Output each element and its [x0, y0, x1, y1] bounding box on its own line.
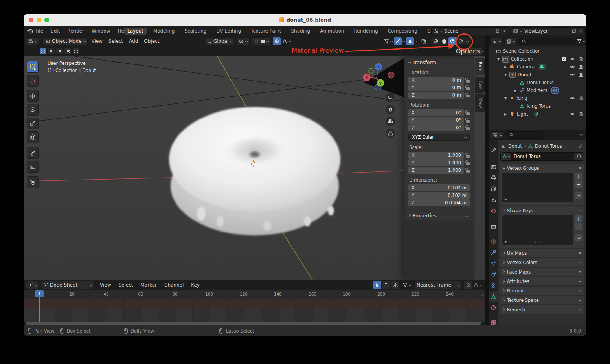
uv-maps-panel[interactable]: UV Maps=	[500, 249, 584, 257]
only-selected-button[interactable]	[373, 281, 381, 289]
hide-eye-icon[interactable]	[570, 72, 575, 77]
normals-panel[interactable]: Normals=	[500, 287, 584, 295]
sidebar-tab-item[interactable]: Item	[475, 58, 485, 75]
lock-icon[interactable]	[466, 120, 470, 123]
dope-sheet-mode-dropdown[interactable]: Dope Sheet	[41, 281, 94, 289]
attributes-panel[interactable]: Attributes=	[500, 277, 584, 285]
tab-modifiers[interactable]	[489, 247, 498, 258]
breadcrumb-data[interactable]: Donut Torus	[535, 143, 562, 149]
panel-menu-icon[interactable]: =	[579, 260, 582, 265]
only-errors-button[interactable]	[391, 281, 399, 289]
expander-open-icon[interactable]: ▼	[503, 73, 507, 77]
select-mode-extend[interactable]	[48, 48, 55, 55]
tool-transform[interactable]	[27, 131, 39, 143]
tab-world[interactable]	[489, 205, 498, 216]
light-data-icon[interactable]	[533, 111, 539, 117]
shape-keys-header[interactable]: Shape Keys =	[500, 206, 584, 215]
menu-select[interactable]: Select	[118, 282, 133, 288]
tab-tool[interactable]	[489, 145, 498, 156]
chevron-down-icon[interactable]	[580, 133, 583, 136]
menu-add[interactable]: Add	[129, 39, 138, 44]
timeline-ruler[interactable]: 20 40 60 80 100 120 140 160 180 200 220 …	[24, 290, 485, 299]
menu-select[interactable]: Select	[108, 39, 123, 44]
render-camera-icon[interactable]	[578, 64, 584, 70]
tab-collection[interactable]	[489, 221, 498, 232]
fake-user-button[interactable]	[574, 153, 584, 160]
magnet-icon[interactable]	[254, 39, 259, 44]
properties-search-input[interactable]	[506, 131, 544, 139]
snap-target-icon[interactable]	[261, 40, 265, 43]
menu-marker[interactable]: Marker	[141, 282, 157, 288]
workspace-tab-texture-paint[interactable]: Texture Paint	[248, 28, 284, 35]
lock-icon[interactable]	[466, 80, 470, 83]
overlays-toggle[interactable]	[406, 37, 417, 45]
gizmos-toggle[interactable]	[394, 37, 404, 45]
zoom-view-button[interactable]	[386, 93, 395, 102]
vertex-groups-list[interactable]: ▶ ∷∷	[502, 173, 573, 202]
menu-edit[interactable]: Edit	[51, 28, 60, 34]
expander-open-icon[interactable]: ▼	[496, 57, 500, 61]
outliner-row-scene-collection[interactable]: Scene Collection	[489, 47, 586, 55]
shading-solid-button[interactable]	[440, 37, 448, 45]
shading-wireframe-button[interactable]	[432, 37, 440, 45]
sidebar-tab-tool[interactable]: Tool	[475, 77, 485, 93]
tool-select-box[interactable]	[27, 61, 39, 73]
scene-name[interactable]: Scene	[444, 28, 493, 34]
hide-eye-icon[interactable]	[570, 111, 575, 117]
donut-mesh[interactable]	[169, 107, 340, 235]
menu-file[interactable]: File	[35, 28, 43, 34]
workspace-tab-animation[interactable]: Animation	[317, 28, 347, 35]
outliner-search-input[interactable]	[518, 38, 575, 45]
tab-object[interactable]	[489, 236, 498, 247]
proportional-editing-button[interactable]	[273, 37, 281, 45]
remesh-panel[interactable]: Remesh=	[500, 305, 584, 314]
menu-channel[interactable]: Channel	[164, 282, 184, 288]
minimize-button[interactable]	[37, 18, 41, 22]
orientation-dropdown[interactable]: Global	[204, 37, 234, 45]
outliner-filter-dropdown[interactable]	[577, 39, 585, 44]
breadcrumb-object[interactable]: Donut	[508, 143, 522, 149]
blender-logo-icon[interactable]	[27, 28, 34, 35]
resize-grip-icon[interactable]: ∷∷	[535, 240, 540, 244]
workspace-tab-compositing[interactable]: Compositing	[385, 28, 421, 35]
lock-icon[interactable]	[466, 170, 470, 173]
location-y-field[interactable]: Y0 m	[408, 84, 464, 91]
vertex-groups-header[interactable]: Vertex Groups =	[500, 164, 584, 172]
expander-closed-icon[interactable]: ▶	[513, 89, 517, 92]
lock-icon[interactable]	[466, 87, 470, 90]
menu-view[interactable]: View	[92, 39, 103, 44]
tool-scale[interactable]	[27, 118, 39, 129]
remove-view-layer-icon[interactable]	[578, 29, 583, 33]
lock-icon[interactable]	[466, 112, 470, 115]
panel-menu-icon[interactable]: =	[579, 251, 582, 255]
new-view-layer-icon[interactable]	[571, 29, 577, 34]
add-vertex-group-button[interactable]: +	[575, 173, 582, 180]
location-x-field[interactable]: X0 m	[408, 77, 464, 84]
select-mode-invert[interactable]	[64, 48, 72, 55]
shape-key-specials-button[interactable]	[575, 234, 582, 241]
lock-icon[interactable]	[466, 127, 470, 130]
scale-x-field[interactable]: X1.000	[408, 152, 464, 159]
face-maps-panel[interactable]: Face Maps=	[500, 268, 584, 276]
workspace-tab-layout[interactable]: Layout	[124, 28, 147, 35]
lock-icon[interactable]	[466, 162, 470, 165]
show-hidden-button[interactable]	[382, 281, 390, 289]
menu-view[interactable]: View	[100, 282, 111, 288]
outliner-row-camera[interactable]: ▶ Camera	[489, 63, 586, 71]
new-scene-icon[interactable]	[495, 29, 500, 34]
hide-eye-icon[interactable]	[570, 56, 575, 62]
outliner-row-donut-torus[interactable]: Donut Torus	[489, 79, 586, 86]
dope-sheet-grid[interactable]	[24, 308, 485, 322]
editor-type-button[interactable]	[26, 281, 39, 289]
dimensions-z-field[interactable]: Z0.0364 m	[408, 199, 470, 206]
collection-checkbox[interactable]: ✓	[562, 57, 566, 61]
snap-group[interactable]	[252, 37, 270, 45]
panel-menu-icon[interactable]: =	[579, 208, 582, 213]
view-layer-selector[interactable]: ViewLayer	[511, 27, 585, 35]
panel-menu-icon[interactable]: =	[579, 279, 582, 283]
visibility-dropdown[interactable]	[384, 39, 392, 44]
workspace-tab-uv-editing[interactable]: UV Editing	[213, 28, 244, 35]
texture-space-panel[interactable]: Texture Space=	[500, 296, 584, 304]
outliner-filter-mode[interactable]	[504, 38, 517, 45]
menu-window[interactable]: Window	[92, 28, 110, 34]
